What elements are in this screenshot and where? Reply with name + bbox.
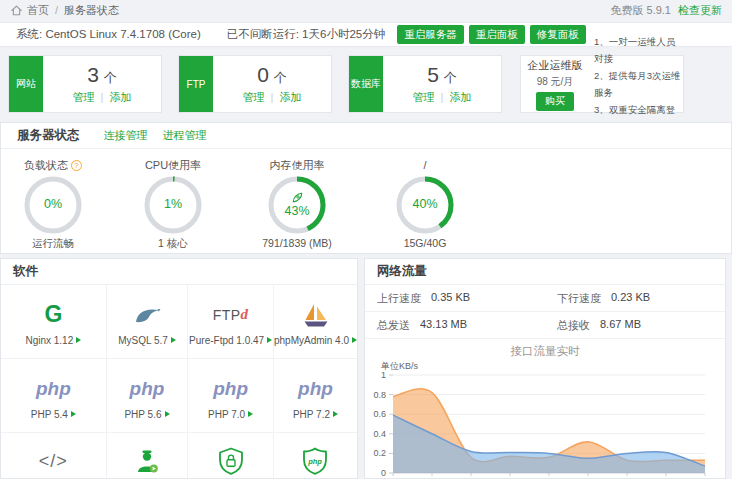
website-tag: 网站	[9, 56, 43, 112]
website-stat-card: 网站 3个 管理|添加	[8, 55, 162, 113]
ftp-tag: FTP	[179, 56, 213, 112]
database-manage-link[interactable]: 管理	[413, 91, 435, 103]
buy-button[interactable]: 购买	[536, 92, 574, 111]
database-tag: 数据库	[349, 56, 383, 112]
disk-gauge: / 40% 15G/40G	[373, 158, 477, 249]
chart-y-axis-label: 单位KB/s	[381, 360, 725, 373]
load-gauge-value: 0%	[23, 175, 83, 235]
website-count: 3个	[87, 64, 117, 85]
database-stat-card: 数据库 5个 管理|添加	[348, 55, 502, 113]
nginx-icon: G	[44, 298, 62, 332]
software-item-phpmyadmin[interactable]: phpMyAdmin 4.0	[274, 285, 357, 359]
promo-price: 98 元/月	[521, 75, 589, 89]
running-indicator-icon	[71, 411, 76, 417]
memory-gauge-caption: 791/1839 (MB)	[245, 237, 349, 249]
tab-connection-manage[interactable]: 连接管理	[104, 128, 148, 143]
memory-gauge: 内存使用率 43% 791/1839 (MB)	[245, 158, 349, 249]
chart-title: 接口流量实时	[365, 344, 725, 359]
memory-gauge-title: 内存使用率	[270, 158, 325, 173]
ftp-count: 0个	[257, 64, 287, 85]
software-panel: 软件 G Nginx 1.12 MySQL 5.7 FTPd Pure-Ftpd…	[0, 258, 358, 479]
svg-text:0.4: 0.4	[373, 429, 386, 439]
breadcrumb: 首页 / 服务器状态 免费版 5.9.1 检查更新	[0, 0, 732, 20]
upstream-speed: 上行速度 0.35 KB	[365, 291, 545, 306]
ftp-manage-link[interactable]: 管理	[243, 91, 265, 103]
software-item-php54[interactable]: php PHP 5.4	[1, 359, 107, 433]
tab-process-manage[interactable]: 进程管理	[163, 128, 207, 143]
software-item-php-guard[interactable]: php PHP守护 1.2	[274, 433, 357, 479]
memory-gauge-value: 43%	[284, 205, 309, 219]
cpu-gauge: CPU使用率 1% 1 核心	[121, 158, 225, 251]
php-icon: php	[213, 372, 248, 406]
restart-panel-button[interactable]: 重启面板	[469, 25, 525, 44]
check-update-link[interactable]: 检查更新	[678, 3, 722, 18]
database-add-link[interactable]: 添加	[449, 91, 471, 103]
load-help-icon[interactable]: ?	[71, 160, 82, 171]
traffic-area-chart: 00.20.40.60.8117:32:1117:32:1617:32:2017…	[371, 373, 723, 479]
database-count: 5个	[427, 64, 457, 85]
svg-text:0.6: 0.6	[373, 409, 386, 419]
free-memory-rocket-icon[interactable]	[291, 191, 304, 204]
svg-text:0: 0	[381, 468, 386, 478]
cpu-gauge-caption: 1 核心	[121, 237, 225, 251]
ftpd-icon: FTPd	[213, 298, 249, 332]
system-os-label: 系统: CentOS Linux 7.4.1708 (Core)	[16, 27, 201, 42]
running-indicator-icon	[333, 411, 338, 417]
breadcrumb-home-label[interactable]: 首页	[27, 3, 49, 18]
shield-lock-icon	[216, 444, 246, 478]
load-gauge: 负载状态 ? 0% 运行流畅	[1, 158, 105, 251]
breadcrumb-current: 服务器状态	[64, 3, 119, 18]
breadcrumb-separator: /	[55, 4, 58, 16]
disk-gauge-caption: 15G/40G	[373, 237, 477, 249]
website-manage-link[interactable]: 管理	[73, 91, 95, 103]
php-icon: php	[36, 372, 71, 406]
cpu-gauge-value: 1%	[143, 175, 203, 235]
software-item-deploy-code[interactable]: </> 宝塔一键部署源码 1.1	[1, 433, 107, 479]
home-icon	[10, 4, 23, 17]
ftp-add-link[interactable]: 添加	[279, 91, 301, 103]
running-indicator-icon	[267, 337, 272, 343]
restart-server-button[interactable]: 重启服务器	[397, 25, 464, 44]
panel-version-label: 免费版 5.9.1	[610, 3, 671, 18]
breadcrumb-home-link[interactable]: 首页	[10, 3, 49, 18]
svg-text:php: php	[308, 457, 323, 466]
mysql-icon	[133, 298, 161, 332]
load-gauge-title: 负载状态	[24, 158, 68, 173]
php-icon: php	[298, 372, 333, 406]
software-item-mysql[interactable]: MySQL 5.7	[107, 285, 189, 359]
software-item-nginx[interactable]: G Nginx 1.12	[1, 285, 107, 359]
running-indicator-icon	[248, 411, 253, 417]
load-gauge-caption: 运行流畅	[1, 237, 105, 251]
ftp-stat-card: FTP 0个 管理|添加	[178, 55, 332, 113]
promo-feature: 1、一对一运维人员对接	[594, 33, 683, 67]
software-item-php72[interactable]: php PHP 7.2	[274, 359, 357, 433]
repair-panel-button[interactable]: 修复面板	[530, 25, 586, 44]
website-add-link[interactable]: 添加	[109, 91, 131, 103]
enterprise-promo-card: 企业运维版 98 元/月 购买 1、一对一运维人员对接 2、提供每月3次运维服务…	[520, 55, 684, 113]
ops-person-icon	[133, 444, 161, 478]
software-item-php56[interactable]: php PHP 5.6	[107, 359, 189, 433]
network-panel-title: 网络流量	[377, 263, 427, 280]
phpmyadmin-icon	[301, 298, 329, 332]
disk-gauge-value: 40%	[395, 175, 455, 235]
svg-text:1: 1	[381, 370, 386, 380]
downstream-speed: 下行速度 0.23 KB	[545, 291, 725, 306]
software-item-bt-ops[interactable]: 宝塔运维 1.0	[107, 433, 189, 479]
svg-text:0.8: 0.8	[373, 390, 386, 400]
php-icon: php	[130, 372, 165, 406]
system-uptime-label: 已不间断运行: 1天6小时25分钟	[227, 27, 385, 42]
software-item-secure-login[interactable]: 宝塔安全登录 1.3	[188, 433, 274, 479]
running-indicator-icon	[165, 411, 170, 417]
running-indicator-icon	[76, 337, 81, 343]
promo-feature: 2、提供每月3次运维服务	[594, 67, 683, 101]
server-status-title: 服务器状态	[17, 127, 80, 144]
svg-text:0.2: 0.2	[373, 448, 386, 458]
cpu-gauge-title: CPU使用率	[145, 158, 201, 173]
software-item-pureftpd[interactable]: FTPd Pure-Ftpd 1.0.47	[188, 285, 274, 359]
promo-title: 企业运维版	[521, 58, 589, 73]
code-icon: </>	[39, 444, 68, 478]
server-status-panel: 服务器状态 连接管理 进程管理 负载状态 ? 0% 运行流畅 CPU使用率	[0, 122, 732, 254]
running-indicator-icon	[352, 337, 357, 343]
software-item-php70[interactable]: php PHP 7.0	[188, 359, 274, 433]
network-traffic-panel: 网络流量 上行速度 0.35 KB 下行速度 0.23 KB 总发送 43.13…	[364, 258, 726, 479]
